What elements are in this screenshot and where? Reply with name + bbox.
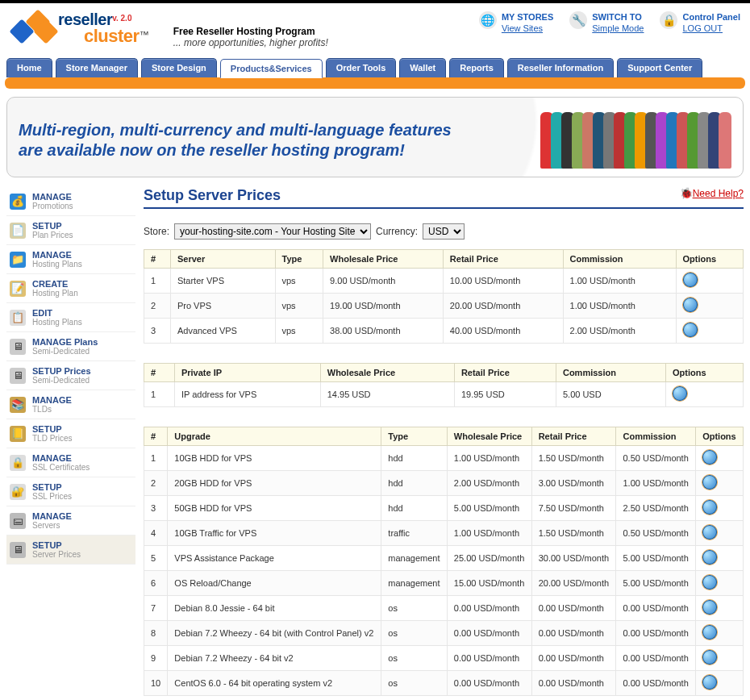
nav-products-services[interactable]: Products&Services [220,59,323,78]
header: resellerv. 2.0 cluster™ Free Reseller Ho… [0,0,750,55]
col-header: Server [170,250,275,269]
sidebar-icon: 📚 [10,397,26,413]
nav-support-center[interactable]: Support Center [617,58,702,77]
filters-row: Store: your-hosting-site.com - Your Host… [144,223,744,240]
sidebar-item-12[interactable]: 🖥 SETUPServer Prices [6,535,135,565]
sidebar-icon: 🔒 [10,455,26,471]
options-icon[interactable] [702,500,717,515]
col-header: Options [696,427,744,446]
table-row: 10CentOS 6.0 - 64 bit operating system v… [144,671,744,696]
options-icon[interactable] [683,323,698,337]
sidebar-item-11[interactable]: 🖴 MANAGEServers [6,506,135,535]
col-header: Options [666,364,744,382]
col-header: Wholesale Price [447,427,531,446]
sidebar-item-7[interactable]: 📚 MANAGETLDs [6,390,135,419]
crowd-image [543,112,731,169]
nav-wallet[interactable]: Wallet [399,58,446,77]
options-icon[interactable] [702,525,717,540]
nav-reports[interactable]: Reports [449,58,504,77]
header-link-icon: 🔒 [660,11,677,29]
need-help-link[interactable]: Need Help? [680,187,744,199]
col-header: Retail Price [531,427,616,446]
sidebar-icon: 🖥 [10,339,26,355]
options-icon[interactable] [702,475,717,490]
sidebar-icon: 📄 [10,223,26,239]
options-icon[interactable] [702,625,717,640]
col-header: Upgrade [168,427,381,446]
sidebar-icon: 🖴 [10,513,26,529]
orange-bar [5,77,745,89]
col-header: Retail Price [443,250,563,269]
sidebar-item-10[interactable]: 🔐 SETUPSSL Prices [6,477,135,506]
col-header: Commission [556,364,665,382]
sidebar-icon: 🔐 [10,484,26,500]
sidebar-item-1[interactable]: 📄 SETUPPlan Prices [6,216,135,245]
options-icon[interactable] [683,273,698,287]
options-icon[interactable] [673,386,687,401]
nav-store-design[interactable]: Store Design [141,58,217,77]
nav-reseller-information[interactable]: Reseller Information [507,58,614,77]
header-link-1[interactable]: 🔧 SWITCH TOSimple Mode [569,11,644,35]
col-header: # [144,427,168,446]
table-row: 3Advanced VPSvps38.00 USD/month40.00 USD… [144,319,744,344]
col-header: Wholesale Price [320,364,454,382]
sidebar-item-6[interactable]: 🖥 SETUP PricesSemi-Dedicated [6,361,135,390]
logo-icon [10,11,56,45]
col-header: # [144,250,171,269]
page-title: Setup Server Prices Need Help? [144,187,744,209]
store-select[interactable]: your-hosting-site.com - Your Hosting Sit… [174,223,371,240]
table-row: 1Starter VPSvps9.00 USD/month10.00 USD/m… [144,269,744,294]
nav-order-tools[interactable]: Order Tools [326,58,397,77]
table-row: 6OS Reload/Changemanagement15.00 USD/mon… [144,571,744,596]
header-link-icon: 🔧 [569,11,587,29]
options-icon[interactable] [702,575,717,590]
table-row: 8Debian 7.2 Wheezy - 64 bit (with Contro… [144,621,744,646]
nav-home[interactable]: Home [6,58,52,77]
promo-banner: Multi-region, multi-currency and multi-l… [6,97,744,177]
logo[interactable]: resellerv. 2.0 cluster™ [10,11,149,45]
options-icon[interactable] [702,600,717,615]
sidebar-item-4[interactable]: 📋 EDITHosting Plans [6,303,135,332]
sidebar-item-9[interactable]: 🔒 MANAGESSL Certificates [6,448,135,477]
table-row: 2Pro VPSvps19.00 USD/month20.00 USD/mont… [144,294,744,319]
sidebar-item-3[interactable]: 📝 CREATEHosting Plan [6,274,135,303]
header-link-2[interactable]: 🔒 Control PanelLOG OUT [660,11,740,35]
options-icon[interactable] [702,650,717,665]
options-icon[interactable] [702,675,717,690]
nav-store-manager[interactable]: Store Manager [56,58,138,77]
col-header: Commission [563,250,676,269]
col-header: Options [676,250,743,269]
col-header: Private IP [174,364,320,382]
col-header: Type [275,250,323,269]
sidebar-item-8[interactable]: 📒 SETUPTLD Prices [6,419,135,448]
table-row: 7Debian 8.0 Jessie - 64 bitos0.00 USD/mo… [144,596,744,621]
servers-table: #ServerTypeWholesale PriceRetail PriceCo… [144,249,744,344]
sidebar: 💰 MANAGEPromotions📄 SETUPPlan Prices📁 MA… [6,187,135,700]
banner-headline: Multi-region, multi-currency and multi-l… [19,120,470,160]
store-label: Store: [144,226,169,237]
private-ip-table: #Private IPWholesale PriceRetail PriceCo… [144,363,744,407]
header-link-icon: 🌐 [479,11,497,29]
table-row: 410GB Traffic for VPStraffic1.00 USD/mon… [144,521,744,546]
sidebar-icon: 📝 [10,281,26,297]
header-link-0[interactable]: 🌐 MY STORESView Sites [479,11,553,35]
sidebar-icon: 💰 [10,194,26,210]
table-row: 220GB HDD for VPShdd2.00 USD/month3.00 U… [144,471,744,496]
sidebar-item-2[interactable]: 📁 MANAGEHosting Plans [6,245,135,274]
col-header: # [144,364,175,382]
table-row: 5VPS Assistance Packagemanagement25.00 U… [144,546,744,571]
options-icon[interactable] [702,550,717,565]
upgrades-table: #UpgradeTypeWholesale PriceRetail PriceC… [144,427,744,696]
col-header: Type [381,427,448,446]
table-row: 110GB HDD for VPShdd1.00 USD/month1.50 U… [144,446,744,471]
options-icon[interactable] [683,298,698,312]
sidebar-item-5[interactable]: 🖥 MANAGE PlansSemi-Dedicated [6,332,135,361]
currency-label: Currency: [376,226,418,237]
sidebar-icon: 🖥 [10,368,26,384]
tagline: Free Reseller Hosting Program ... more o… [173,26,328,48]
col-header: Wholesale Price [323,250,444,269]
currency-select[interactable]: USD [423,223,465,240]
table-row: 9Debian 7.2 Wheezy - 64 bit v2os0.00 USD… [144,646,744,671]
options-icon[interactable] [702,450,717,465]
sidebar-item-0[interactable]: 💰 MANAGEPromotions [6,187,135,216]
